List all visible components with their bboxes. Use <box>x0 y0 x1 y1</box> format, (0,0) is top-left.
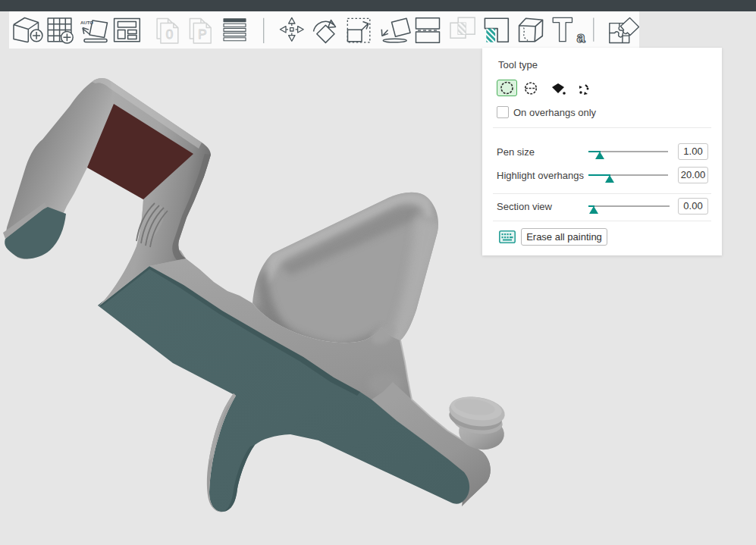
svg-text:P: P <box>198 27 206 42</box>
svg-text:0: 0 <box>166 27 173 42</box>
svg-text:a: a <box>576 29 585 45</box>
